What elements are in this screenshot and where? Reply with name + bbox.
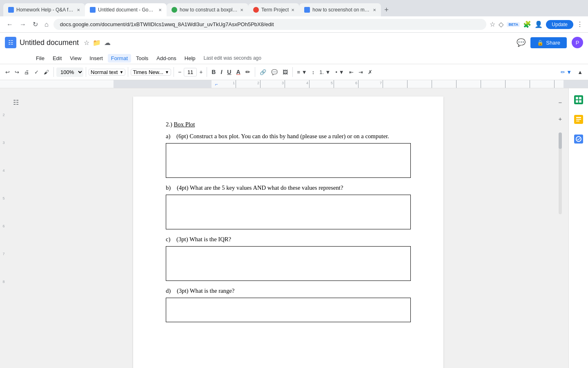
menu-addons[interactable]: Add-ons	[153, 54, 179, 63]
user-avatar[interactable]: P	[572, 37, 583, 48]
ruler-5: 5	[331, 81, 333, 85]
answer-box-d[interactable]	[166, 298, 411, 322]
comments-icon[interactable]: 💬	[517, 38, 526, 47]
menu-tools[interactable]: Tools	[133, 54, 151, 63]
sheets-panel-icon[interactable]	[572, 93, 585, 106]
toolbar-sep-6	[255, 67, 255, 77]
update-button[interactable]: Update	[546, 20, 573, 29]
suggest-edits-button[interactable]: ✏ ▼	[559, 67, 574, 77]
menu-view[interactable]: View	[67, 54, 85, 63]
font-size-decrease[interactable]: −	[176, 68, 183, 76]
menu-insert[interactable]: Insert	[86, 54, 106, 63]
tab5-close[interactable]: ✕	[373, 8, 376, 12]
align-button[interactable]: ≡ ▼	[295, 67, 309, 77]
star-doc-icon[interactable]: ☆	[84, 39, 89, 47]
collapse-toolbar-button[interactable]: ▲	[575, 67, 585, 77]
profile-icon[interactable]: 👤	[535, 20, 543, 28]
share-button[interactable]: 🔒 Share	[530, 37, 567, 48]
forward-button[interactable]: →	[18, 19, 28, 30]
keep-panel-icon[interactable]	[572, 113, 585, 126]
left-ruler: 2 3 4 5 6 7 8	[0, 88, 7, 368]
tab-5[interactable]: how to screenshot on mac - G... ✕	[299, 3, 381, 16]
text-color-button[interactable]: A	[234, 67, 242, 77]
new-tab-button[interactable]: +	[381, 4, 392, 16]
print-button[interactable]: 🖨	[22, 67, 31, 77]
tasks-panel-icon[interactable]	[572, 132, 585, 146]
sidebar-collapse-button[interactable]: −	[555, 96, 566, 108]
italic-button[interactable]: I	[218, 67, 224, 77]
ruler-margin-right	[564, 80, 588, 88]
increase-indent-button[interactable]: ⇥	[356, 67, 365, 77]
bold-button[interactable]: B	[209, 67, 218, 77]
numbered-list-button[interactable]: 1. ▼	[317, 67, 332, 77]
cloud-save-icon[interactable]: ☁	[104, 39, 111, 47]
back-button[interactable]: ←	[5, 19, 15, 30]
tab1-favicon	[8, 7, 14, 13]
tab5-title: how to screenshot on mac - G...	[312, 7, 370, 13]
extension-puzzle-icon[interactable]: 🧩	[523, 20, 531, 28]
tab4-close[interactable]: ✕	[291, 8, 294, 12]
answer-box-c[interactable]	[166, 246, 411, 281]
tab-2[interactable]: Untitled document - Google D... ✕	[85, 3, 167, 16]
home-button[interactable]: ⌂	[43, 19, 50, 30]
page-outline-icon[interactable]: ☷	[10, 96, 22, 108]
tab-1[interactable]: Homework Help - Q&A from C... ✕	[3, 3, 85, 16]
menu-help[interactable]: Help	[181, 54, 199, 63]
font-size-controls: − +	[176, 68, 204, 76]
scrollbar-track[interactable]	[559, 132, 562, 214]
tab3-close[interactable]: ✕	[240, 8, 243, 12]
move-doc-icon[interactable]: 📁	[93, 39, 101, 47]
document-content[interactable]: 2.) Box Plot a) (6pt) Construct a box pl…	[166, 121, 411, 322]
toolbar-sep-5	[207, 67, 207, 77]
document-page[interactable]: 2.) Box Plot a) (6pt) Construct a box pl…	[133, 96, 443, 368]
bookmark-icon[interactable]: ☆	[490, 20, 495, 28]
tab2-title: Untitled document - Google D...	[98, 7, 156, 13]
url-input[interactable]	[53, 19, 487, 30]
highlight-button[interactable]: ✏	[243, 67, 252, 77]
capture-icon[interactable]: ◇	[499, 20, 503, 28]
tab-bar: Homework Help - Q&A from C... ✕ Untitled…	[0, 0, 588, 16]
tab-3[interactable]: how to construct a boxplot fro... ✕	[167, 3, 248, 16]
decrease-indent-button[interactable]: ⇤	[347, 67, 356, 77]
line-spacing-button[interactable]: ↕	[310, 67, 317, 77]
question-b: b) (4pt) What are the 5 key values AND w…	[166, 184, 411, 229]
underline-button[interactable]: U	[225, 67, 233, 77]
tab4-title: Term Project	[261, 7, 289, 13]
font-selector[interactable]: Times New... ▼	[131, 69, 171, 76]
tab1-close[interactable]: ✕	[77, 8, 80, 12]
chrome-menu-icon[interactable]: ⋮	[577, 20, 583, 28]
menu-edit[interactable]: Edit	[49, 54, 65, 63]
answer-box-b[interactable]	[166, 195, 411, 229]
image-button[interactable]: 🖼	[281, 67, 290, 77]
undo-button[interactable]: ↩	[3, 67, 12, 77]
doc-title[interactable]: Untitled document	[20, 38, 79, 47]
menu-format[interactable]: Format	[108, 54, 131, 63]
section-number: 2.)	[166, 121, 172, 128]
document-area[interactable]: 2.) Box Plot a) (6pt) Construct a box pl…	[24, 88, 552, 368]
font-size-increase[interactable]: +	[198, 68, 204, 76]
font-size-input[interactable]	[184, 68, 197, 76]
style-dropdown-icon[interactable]: ▼	[119, 70, 123, 74]
ruler-3: 3	[282, 81, 284, 85]
font-dropdown-icon[interactable]: ▼	[165, 70, 169, 74]
docs-logo: ☷	[5, 37, 16, 48]
sidebar-expand-button[interactable]: +	[555, 113, 566, 124]
link-button[interactable]: 🔗	[258, 67, 268, 77]
redo-button[interactable]: ↪	[13, 67, 21, 77]
spellcheck-button[interactable]: ✓	[32, 67, 41, 77]
bulleted-list-button[interactable]: • ▼	[333, 67, 346, 77]
reload-button[interactable]: ↻	[31, 19, 40, 30]
paint-format-button[interactable]: 🖌	[42, 67, 51, 77]
question-b-text: b) (4pt) What are the 5 key values AND w…	[166, 184, 411, 191]
answer-box-a[interactable]	[166, 143, 411, 178]
tab-4[interactable]: Term Project ✕	[248, 3, 299, 16]
question-b-content: (4pt) What are the 5 key values AND what…	[177, 184, 343, 191]
ruler-1: 1	[233, 81, 235, 85]
zoom-select[interactable]: 100%	[56, 67, 83, 77]
scrollbar-thumb[interactable]	[559, 132, 562, 149]
style-selector[interactable]: Normal text ▼	[89, 69, 125, 76]
comment-button[interactable]: 💬	[269, 67, 280, 77]
tab2-close[interactable]: ✕	[158, 8, 162, 12]
clear-format-button[interactable]: ✗	[366, 67, 374, 77]
menu-file[interactable]: File	[33, 54, 48, 63]
